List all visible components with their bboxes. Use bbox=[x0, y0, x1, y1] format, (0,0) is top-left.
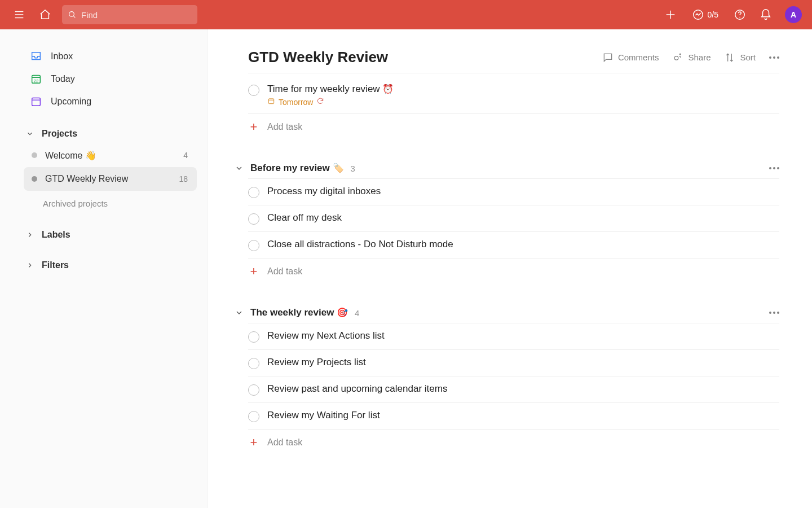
chevron-down-icon bbox=[24, 130, 36, 138]
section-count: 4 bbox=[355, 308, 359, 318]
nav-today[interactable]: 22 Today bbox=[24, 68, 197, 90]
sort-button[interactable]: Sort bbox=[724, 52, 756, 63]
add-task-label: Add task bbox=[267, 437, 302, 448]
chevron-right-icon bbox=[24, 261, 36, 269]
task-title: Close all distractions - Do Not Disturb … bbox=[267, 239, 779, 250]
section-title: Projects bbox=[42, 129, 77, 139]
task-row[interactable]: Review my Next Actions list bbox=[248, 323, 779, 350]
project-gtd-weekly-review[interactable]: GTD Weekly Review 18 bbox=[24, 167, 197, 191]
task-row[interactable]: Review my Waiting For list bbox=[248, 403, 779, 430]
button-label: Sort bbox=[740, 52, 756, 62]
svg-text:22: 22 bbox=[34, 78, 38, 84]
calendar-icon bbox=[267, 97, 275, 107]
filters-header[interactable]: Filters bbox=[24, 255, 197, 275]
task-checkbox[interactable] bbox=[248, 240, 259, 251]
project-welcome[interactable]: Welcome 👋 4 bbox=[24, 143, 197, 167]
svg-rect-13 bbox=[32, 98, 41, 106]
task-checkbox[interactable] bbox=[248, 187, 259, 198]
task-title: Time for my weekly review ⏰ bbox=[267, 84, 779, 95]
sort-icon bbox=[724, 52, 735, 63]
svg-point-3 bbox=[69, 12, 74, 17]
avatar-initial: A bbox=[791, 10, 796, 19]
comments-icon bbox=[602, 52, 614, 63]
section-toggle[interactable] bbox=[235, 164, 246, 173]
project-color-dot bbox=[32, 152, 37, 158]
search-icon bbox=[68, 10, 77, 20]
project-name: GTD Weekly Review bbox=[45, 174, 128, 184]
task-checkbox[interactable] bbox=[248, 384, 259, 396]
task-title: Review my Waiting For list bbox=[267, 410, 779, 421]
upcoming-icon bbox=[29, 95, 43, 108]
page-title: GTD Weekly Review bbox=[248, 49, 388, 66]
task-checkbox[interactable] bbox=[248, 411, 259, 422]
svg-point-9 bbox=[739, 17, 740, 17]
labels-header[interactable]: Labels bbox=[24, 224, 197, 244]
plus-icon: + bbox=[248, 436, 259, 449]
nav-label: Inbox bbox=[51, 51, 73, 62]
task-meta: Tomorrow bbox=[267, 97, 779, 107]
main-content: GTD Weekly Review Comments Share Sort bbox=[208, 29, 812, 508]
task-checkbox[interactable] bbox=[248, 331, 259, 343]
task-row[interactable]: Review past and upcoming calendar items bbox=[248, 376, 779, 403]
project-count: 4 bbox=[183, 151, 191, 160]
nav-inbox[interactable]: Inbox bbox=[24, 45, 197, 68]
section-more-button[interactable] bbox=[769, 312, 779, 314]
add-task-label: Add task bbox=[267, 122, 302, 132]
home-button[interactable] bbox=[36, 6, 54, 24]
share-icon bbox=[672, 52, 683, 63]
button-label: Share bbox=[688, 52, 710, 62]
productivity-count: 0/5 bbox=[708, 10, 718, 19]
task-checkbox[interactable] bbox=[248, 358, 259, 369]
chevron-right-icon bbox=[24, 231, 36, 239]
project-color-dot bbox=[32, 176, 37, 182]
task-checkbox[interactable] bbox=[248, 85, 259, 96]
recurring-icon bbox=[316, 97, 324, 107]
section-before-my-review: Before my review 🏷️ 3 Process my digital… bbox=[248, 163, 779, 284]
archived-projects[interactable]: Archived projects bbox=[24, 199, 197, 208]
add-task-button[interactable]: +Add task bbox=[248, 259, 779, 284]
notifications-button[interactable] bbox=[757, 6, 775, 24]
task-checkbox[interactable] bbox=[248, 213, 259, 225]
help-button[interactable] bbox=[731, 6, 749, 24]
task-row[interactable]: Clear off my desk bbox=[248, 205, 779, 232]
section-name: Before my review 🏷️ bbox=[250, 163, 344, 174]
sidebar: Inbox 22 Today Upcoming Projects Welcome… bbox=[0, 29, 208, 508]
avatar[interactable]: A bbox=[785, 6, 802, 23]
task-title: Process my digital inboxes bbox=[267, 186, 779, 197]
inbox-icon bbox=[29, 50, 43, 63]
productivity-button[interactable]: 0/5 bbox=[687, 6, 723, 23]
task-row[interactable]: Close all distractions - Do Not Disturb … bbox=[248, 232, 779, 259]
more-button[interactable] bbox=[769, 52, 779, 63]
nav-label: Upcoming bbox=[51, 97, 91, 107]
today-icon: 22 bbox=[29, 72, 43, 86]
top-header: 0/5 A bbox=[0, 0, 812, 29]
section-more-button[interactable] bbox=[769, 167, 779, 169]
section-count: 3 bbox=[351, 164, 355, 173]
task-row[interactable]: Review my Projects list bbox=[248, 350, 779, 376]
section-the-weekly-review: The weekly review 🎯 4 Review my Next Act… bbox=[248, 307, 779, 456]
section-toggle[interactable] bbox=[235, 308, 246, 317]
quick-add-button[interactable] bbox=[661, 6, 679, 24]
add-task-button[interactable]: + Add task bbox=[248, 114, 779, 140]
plus-icon: + bbox=[248, 265, 259, 278]
plus-icon: + bbox=[248, 121, 259, 133]
project-name: Welcome 👋 bbox=[45, 150, 96, 161]
task-row[interactable]: Process my digital inboxes bbox=[248, 179, 779, 205]
add-task-button[interactable]: +Add task bbox=[248, 430, 779, 456]
section-name: The weekly review 🎯 bbox=[250, 307, 348, 318]
search-input[interactable] bbox=[81, 10, 192, 20]
task-title: Review my Projects list bbox=[267, 357, 779, 368]
menu-button[interactable] bbox=[10, 6, 28, 24]
search-box[interactable] bbox=[62, 5, 197, 24]
svg-point-18 bbox=[675, 56, 679, 60]
task-title: Clear off my desk bbox=[267, 212, 779, 224]
projects-header[interactable]: Projects bbox=[24, 123, 197, 143]
task-title: Review my Next Actions list bbox=[267, 330, 779, 341]
task-row[interactable]: Time for my weekly review ⏰ Tomorrow bbox=[248, 77, 779, 114]
task-title: Review past and upcoming calendar items bbox=[267, 383, 779, 395]
comments-button[interactable]: Comments bbox=[602, 52, 659, 63]
svg-rect-21 bbox=[268, 99, 273, 104]
add-task-label: Add task bbox=[267, 266, 302, 277]
nav-upcoming[interactable]: Upcoming bbox=[24, 90, 197, 113]
share-button[interactable]: Share bbox=[672, 52, 710, 63]
